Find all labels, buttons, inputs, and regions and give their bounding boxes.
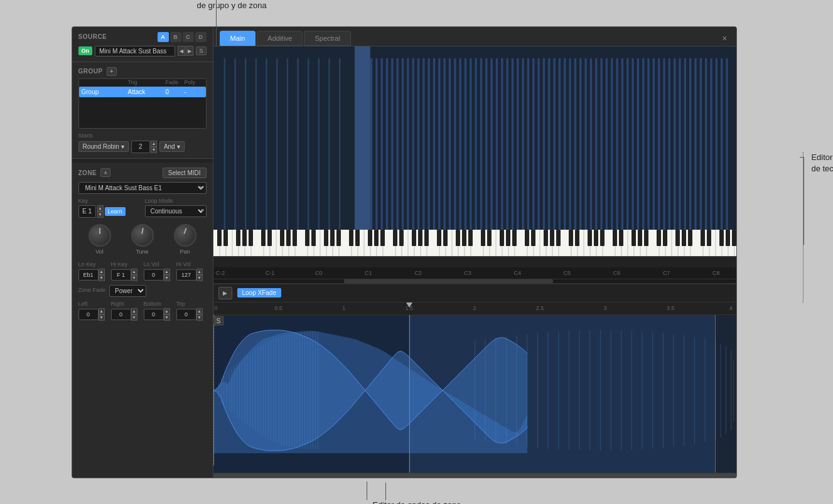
- plugin-container: SOURCE A B C D On Mini M Attack Sust Bas…: [72, 26, 737, 478]
- lo-key-up[interactable]: ▲: [99, 269, 105, 275]
- note-labels-row: C-2 C-1 C0 C1 C2 C3 C4 C5 C6 C7 C8: [213, 267, 736, 279]
- right-input[interactable]: [111, 309, 131, 320]
- keymap-scrollbar-thumb[interactable]: [344, 279, 553, 283]
- lo-key-input[interactable]: [78, 269, 99, 281]
- zone-label: ZONE: [78, 169, 97, 176]
- loop-mode-field: Loop Mode OffContinuousSustainRelease ▾: [145, 198, 207, 218]
- hi-vel-down[interactable]: ▼: [196, 275, 203, 281]
- lo-vel-down[interactable]: ▼: [164, 275, 170, 281]
- slot-c-button[interactable]: C: [183, 32, 194, 42]
- key-vel-grid: Lo Key ▲ ▼ Hi Key: [78, 261, 207, 281]
- group-poly: -: [185, 88, 203, 95]
- ruler-1: 1: [342, 305, 345, 311]
- vol-label: Vol: [95, 249, 104, 255]
- waveform-play-button[interactable]: ▶: [218, 287, 232, 299]
- lo-key-down[interactable]: ▼: [99, 275, 105, 281]
- pan-knob[interactable]: [174, 224, 196, 247]
- ruler-0: 0: [214, 305, 217, 311]
- note-c-1: C-1: [266, 270, 275, 276]
- rr-spin-up[interactable]: ▲: [151, 141, 157, 147]
- rr-spin-down[interactable]: ▼: [151, 147, 157, 153]
- note-c2: C2: [414, 270, 422, 276]
- on-button[interactable]: On: [78, 46, 93, 55]
- learn-button[interactable]: Learn: [105, 207, 126, 216]
- zone-fade-label: Zone Fade: [78, 287, 106, 293]
- hi-vel-field: Hi Vol ▲ ▼: [176, 261, 207, 281]
- close-button[interactable]: ×: [719, 33, 729, 43]
- waveform-ruler: 0 0.5 1 1.5 2 2.5 3 3.5 4: [213, 303, 736, 315]
- key-spin-up[interactable]: ▲: [97, 205, 104, 212]
- left-input[interactable]: [78, 309, 99, 320]
- slot-d-button[interactable]: D: [195, 32, 207, 42]
- waveform-scrollbar[interactable]: [213, 473, 736, 478]
- vol-knob[interactable]: [89, 224, 111, 247]
- starts-label: Starts: [78, 132, 207, 139]
- bottom-input[interactable]: [144, 309, 164, 320]
- hi-key-input[interactable]: [111, 269, 131, 281]
- ruler-4: 4: [729, 305, 733, 311]
- waveform-canvas: S XF E: [213, 315, 736, 473]
- svg-rect-175: [213, 316, 215, 325]
- annotation-top: Controles de inspector, globales, de gru…: [197, 0, 316, 11]
- slot-buttons: A B C D: [158, 32, 207, 42]
- waveform-svg: S XF E: [213, 315, 736, 473]
- note-c0: C0: [315, 270, 323, 276]
- group-row[interactable]: Group Attack 0 -: [79, 87, 206, 97]
- annotation-bottom: Editor de ondas de zona: [373, 500, 461, 505]
- add-zone-button[interactable]: +: [100, 168, 110, 177]
- zone-fade-select[interactable]: PowerLinear: [109, 285, 146, 297]
- pan-label: Pan: [180, 249, 190, 255]
- tune-knob[interactable]: [131, 224, 154, 247]
- zone-header: ZONE + Select MIDI: [78, 168, 207, 178]
- annotation-right: Editor del mapa de teclas: [811, 152, 833, 174]
- note-c8: C8: [712, 270, 720, 276]
- poly-col-header: Poly: [185, 79, 203, 85]
- ruler-25: 2.5: [536, 305, 544, 311]
- round-robin-dropdown[interactable]: Round Robin ▾: [78, 141, 129, 152]
- and-dropdown[interactable]: And ▾: [159, 141, 185, 152]
- hi-key-up[interactable]: ▲: [131, 269, 137, 275]
- tab-main[interactable]: Main: [220, 31, 256, 46]
- group-section: GROUP + Trig Fade Poly Group Attack 0 -: [72, 62, 213, 159]
- rr-number-input[interactable]: [131, 141, 150, 153]
- key-spin-down[interactable]: ▼: [97, 212, 104, 218]
- note-c3: C3: [464, 270, 471, 276]
- hi-vel-up[interactable]: ▲: [196, 269, 203, 275]
- prev-arrow[interactable]: ◀: [178, 46, 185, 56]
- starts-row: Round Robin ▾ ▲ ▼ And ▾: [78, 141, 207, 153]
- pan-knob-container: Pan: [174, 224, 196, 255]
- loop-mode-select[interactable]: OffContinuousSustainRelease: [145, 205, 207, 217]
- tab-additive[interactable]: Additive: [257, 31, 303, 46]
- next-arrow[interactable]: ▶: [186, 46, 193, 56]
- hi-vel-input[interactable]: [176, 269, 196, 281]
- lo-key-field: Lo Key ▲ ▼: [78, 261, 109, 281]
- left-field: Left ▲ ▼: [78, 301, 109, 321]
- hi-key-down[interactable]: ▼: [131, 275, 137, 281]
- slot-a-button[interactable]: A: [158, 32, 169, 42]
- key-field-label: Key: [78, 198, 140, 204]
- playhead-indicator: [409, 303, 416, 308]
- top-input[interactable]: [176, 309, 196, 320]
- slot-b-button[interactable]: B: [170, 32, 181, 42]
- note-c6: C6: [613, 270, 621, 276]
- waveform-toolbar: ▶ Loop XFade: [213, 284, 736, 303]
- select-midi-button[interactable]: Select MIDI: [163, 168, 207, 178]
- note-c5: C5: [564, 270, 571, 276]
- s-button[interactable]: S: [196, 46, 206, 55]
- trig-col-header: Trig: [128, 79, 166, 85]
- keymap-scrollbar[interactable]: [213, 279, 736, 283]
- lo-vel-up[interactable]: ▲: [164, 269, 170, 275]
- add-group-button[interactable]: +: [107, 67, 117, 76]
- svg-rect-97: [213, 256, 736, 257]
- piano-svg[interactable]: // Static SVG for piano keys: [213, 230, 736, 267]
- left-panel: SOURCE A B C D On Mini M Attack Sust Bas…: [72, 27, 213, 478]
- tab-bar: Main Additive Spectral ×: [213, 27, 736, 46]
- zone-name-select[interactable]: Mini M Attack Sust Bass E1: [78, 182, 207, 194]
- lo-vel-input[interactable]: [144, 269, 164, 281]
- tab-spectral[interactable]: Spectral: [304, 31, 350, 46]
- key-input[interactable]: [78, 205, 96, 218]
- waveform-scrollbar-thumb[interactable]: [213, 473, 736, 478]
- loop-xfade-button[interactable]: Loop XFade: [237, 288, 282, 298]
- key-field: Key ▲ ▼ Learn: [78, 198, 140, 218]
- right-panel: Main Additive Spectral × // Thi: [213, 27, 736, 478]
